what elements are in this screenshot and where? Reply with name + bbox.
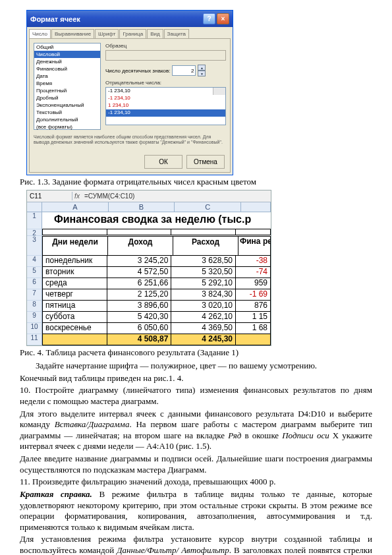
table-row[interactable]: 6среда6 251,665 292,10959 xyxy=(27,278,271,289)
negatives-list[interactable]: -1 234,10 -1 234,10 1 234,10 -1 234,10 xyxy=(105,87,226,125)
table-row[interactable]: 9суббота5 420,304 262,101 15 xyxy=(27,312,271,323)
col-header[interactable] xyxy=(241,202,271,212)
cat-item[interactable]: Дополнительный xyxy=(34,116,100,123)
cell[interactable]: 4 245,30 xyxy=(171,334,236,345)
table-row[interactable]: 7четверг2 125,203 824,30-1 69 xyxy=(27,289,271,301)
cell[interactable]: среда xyxy=(42,278,107,289)
formula-input[interactable]: =СУММ(C4:C10) xyxy=(82,192,271,200)
scrollbar[interactable] xyxy=(213,88,225,95)
row-header[interactable]: 11 xyxy=(27,334,42,345)
cell[interactable] xyxy=(236,334,271,345)
table-header[interactable]: Дни недели xyxy=(42,236,108,256)
cell[interactable]: -38 xyxy=(236,256,271,267)
dialog-titlebar[interactable]: Формат ячеек ? × xyxy=(27,11,233,27)
cell[interactable]: понедельник xyxy=(42,256,107,267)
neg-option[interactable]: 1 234,10 xyxy=(106,102,225,109)
cell[interactable]: 4 369,50 xyxy=(171,323,236,334)
decimals-input[interactable]: 2 xyxy=(172,65,196,76)
cat-item[interactable]: Процентный xyxy=(34,87,100,94)
row-header[interactable]: 5 xyxy=(27,267,42,278)
col-header[interactable]: C xyxy=(175,202,241,212)
cell[interactable]: 3 628,50 xyxy=(171,256,236,267)
tab-alignment[interactable]: Выравнивание xyxy=(51,29,94,38)
row-header[interactable]: 8 xyxy=(27,301,42,312)
cell[interactable]: -1 69 xyxy=(236,289,271,301)
row-header[interactable]: 9 xyxy=(27,312,42,323)
cat-item[interactable]: (все форматы) xyxy=(34,123,100,131)
cell[interactable]: 5 420,30 xyxy=(107,312,172,323)
tab-number[interactable]: Число xyxy=(29,29,51,38)
cell[interactable]: 6 251,66 xyxy=(107,278,172,289)
cell[interactable]: 3 020,10 xyxy=(171,301,236,312)
cat-item[interactable]: Общий xyxy=(34,44,100,51)
cat-item[interactable]: Финансовый xyxy=(34,65,100,73)
table-row[interactable]: 10воскресенье6 050,604 369,501 68 xyxy=(27,323,271,334)
spin-up-icon[interactable]: ▲ xyxy=(198,65,206,71)
cell[interactable]: 876 xyxy=(236,301,271,312)
cat-item[interactable]: Денежный xyxy=(34,58,100,65)
tab-protect[interactable]: Защита xyxy=(164,29,189,38)
cell[interactable]: 3 245,20 xyxy=(107,256,172,267)
cancel-button[interactable]: Отмена xyxy=(186,155,225,169)
cell[interactable]: 5 320,50 xyxy=(171,267,236,278)
tab-border[interactable]: Граница xyxy=(119,29,146,38)
table-row[interactable]: 5вторник4 572,505 320,50-74 xyxy=(27,267,271,278)
dialog-title: Формат ячеек xyxy=(30,15,80,23)
tab-font[interactable]: Шрифт xyxy=(95,29,119,38)
cell[interactable]: 4 572,50 xyxy=(107,267,172,278)
table-header[interactable]: Фина резу xyxy=(238,236,271,256)
totals-row[interactable]: 11 4 508,87 4 245,30 xyxy=(27,334,271,345)
row-header[interactable]: 1 xyxy=(27,212,42,229)
cell[interactable]: 3 896,60 xyxy=(107,301,172,312)
table-header[interactable]: Расход xyxy=(173,236,238,256)
row-header[interactable]: 6 xyxy=(27,278,42,289)
format-description: Числовой формат является наиболее общим … xyxy=(34,134,226,155)
cell[interactable]: суббота xyxy=(42,312,107,323)
row-header[interactable]: 3 xyxy=(27,236,42,256)
cell[interactable]: четверг xyxy=(42,289,107,301)
cell[interactable]: 1 68 xyxy=(236,323,271,334)
col-header[interactable]: B xyxy=(109,202,175,212)
cell[interactable]: 5 292,10 xyxy=(171,278,236,289)
close-button[interactable]: × xyxy=(217,13,229,24)
spin-down-icon[interactable]: ▼ xyxy=(198,71,206,76)
sheet-title[interactable]: Финансовая сводка за неделю (тыс.р xyxy=(42,212,271,229)
cat-item[interactable]: Текстовый xyxy=(34,109,100,116)
cell[interactable]: 2 125,20 xyxy=(107,289,172,301)
cell[interactable]: воскресенье xyxy=(42,323,107,334)
neg-option[interactable]: -1 234,10 xyxy=(106,95,225,102)
table-row[interactable]: 4понедельник3 245,203 628,50-38 xyxy=(27,256,271,267)
cell[interactable]: 4 262,10 xyxy=(171,312,236,323)
row-header[interactable]: 10 xyxy=(27,323,42,334)
fx-icon[interactable]: fx xyxy=(72,192,82,200)
neg-option[interactable]: -1 234,10 xyxy=(106,88,225,95)
cell[interactable]: -74 xyxy=(236,267,271,278)
select-all[interactable] xyxy=(27,202,42,212)
row-header[interactable]: 4 xyxy=(27,256,42,267)
col-header[interactable]: A xyxy=(42,202,109,212)
table-row[interactable]: 8пятница3 896,603 020,10876 xyxy=(27,301,271,312)
cat-item[interactable]: Дробный xyxy=(34,94,100,102)
cell[interactable]: 4 508,87 xyxy=(107,334,172,345)
table-header[interactable]: Доход xyxy=(108,236,173,256)
figure-caption-1: Рис. 1.3. Задание формата отрицательных … xyxy=(20,177,372,187)
name-box[interactable]: C11 xyxy=(27,192,72,200)
ok-button[interactable]: ОК xyxy=(144,155,182,169)
cell[interactable]: 1 15 xyxy=(236,312,271,323)
cat-item[interactable]: Экспоненциальный xyxy=(34,102,100,109)
cell[interactable]: 3 824,30 xyxy=(171,289,236,301)
tab-fill[interactable]: Вид xyxy=(147,29,163,38)
row-header[interactable]: 7 xyxy=(27,289,42,301)
neg-option[interactable]: -1 234,10 xyxy=(106,109,225,117)
cat-item[interactable]: Время xyxy=(34,80,100,87)
cat-item[interactable]: Дата xyxy=(34,73,100,80)
cell[interactable]: 6 050,60 xyxy=(107,323,172,334)
row-header[interactable]: 2 xyxy=(27,229,42,236)
cell[interactable]: пятница xyxy=(42,301,107,312)
help-button[interactable]: ? xyxy=(203,13,215,24)
category-list[interactable]: Общий Числовой Денежный Финансовый Дата … xyxy=(34,43,101,130)
cell[interactable]: вторник xyxy=(42,267,107,278)
cat-item[interactable]: Числовой xyxy=(34,51,100,58)
cell[interactable]: 959 xyxy=(236,278,271,289)
cell[interactable] xyxy=(42,334,107,345)
